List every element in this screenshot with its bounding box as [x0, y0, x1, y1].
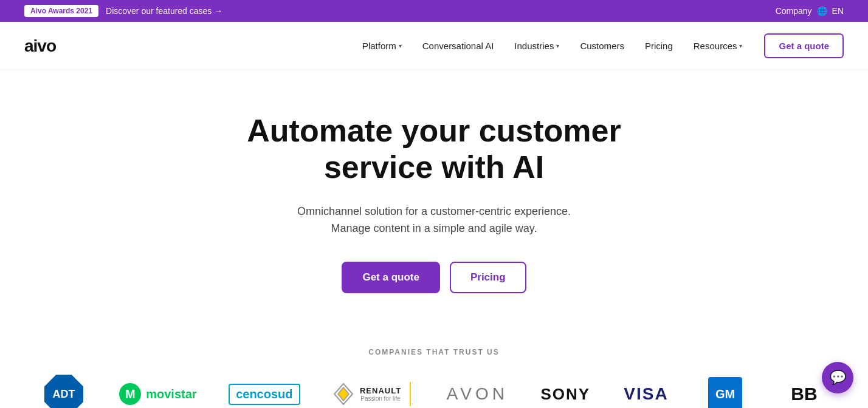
- company-label: Company: [776, 6, 812, 16]
- bb-text: BB: [791, 384, 817, 404]
- hero-title: Automate your customer service with AI: [191, 113, 677, 186]
- header: aivo Platform ▾ Conversational AI Indust…: [0, 22, 868, 70]
- movistar-icon: M: [119, 383, 141, 405]
- hero-section: Automate your customer service with AI O…: [0, 70, 868, 324]
- banner-left: Aivo Awards 2021 Discover our featured c…: [24, 5, 222, 17]
- nav-item-resources[interactable]: Resources ▾: [685, 36, 751, 56]
- companies-label: COMPANIES THAT TRUST US: [24, 348, 844, 356]
- banner-right: Company 🌐 EN: [776, 6, 844, 16]
- logo-adt: ADT: [24, 375, 103, 408]
- main-nav: Platform ▾ Conversational AI Industries …: [354, 33, 844, 58]
- hero-get-quote-button[interactable]: Get a quote: [342, 262, 440, 293]
- hero-subtitle: Omnichannel solution for a customer-cent…: [24, 203, 844, 238]
- header-cta-button[interactable]: Get a quote: [764, 33, 844, 58]
- nav-item-customers[interactable]: Customers: [571, 36, 633, 56]
- banner-link[interactable]: Discover our featured cases →: [106, 6, 222, 16]
- chat-icon: 💬: [830, 370, 846, 386]
- movistar-text: movistar: [146, 387, 196, 401]
- nav-item-industries[interactable]: Industries ▾: [506, 36, 568, 56]
- lang-label: EN: [832, 6, 844, 16]
- globe-icon: 🌐: [817, 6, 827, 16]
- logo-cencosud: cencosud: [213, 384, 316, 405]
- logo-visa: VISA: [607, 384, 686, 404]
- sony-text: SONY: [540, 385, 590, 404]
- gm-logo-mark: GM: [708, 377, 742, 408]
- awards-badge: Aivo Awards 2021: [24, 5, 98, 17]
- renault-text: RENAULT: [360, 386, 401, 396]
- chat-bubble-button[interactable]: 💬: [822, 362, 853, 393]
- hero-pricing-button[interactable]: Pricing: [450, 262, 526, 293]
- nav-item-conversational-ai[interactable]: Conversational AI: [414, 36, 503, 56]
- logo-movistar: M movistar: [103, 383, 213, 405]
- logos-row: ADT M movistar cencosud RENAULT Passion: [24, 375, 844, 408]
- adt-logo-mark: ADT: [44, 375, 83, 408]
- logo-sony: SONY: [525, 385, 607, 404]
- chevron-down-icon: ▾: [739, 42, 742, 49]
- visa-text: VISA: [624, 384, 668, 404]
- svg-marker-1: [338, 387, 349, 401]
- logo-gm: GM: [686, 377, 765, 408]
- renault-bar: [410, 382, 411, 406]
- nav-item-platform[interactable]: Platform ▾: [354, 36, 410, 56]
- nav-item-pricing[interactable]: Pricing: [636, 36, 681, 56]
- cencosud-text: cencosud: [229, 384, 300, 405]
- hero-buttons: Get a quote Pricing: [24, 262, 844, 293]
- chevron-down-icon: ▾: [399, 42, 402, 49]
- chevron-down-icon: ▾: [556, 42, 559, 49]
- avon-text: AVON: [447, 384, 508, 404]
- logo-renault: RENAULT Passion for life: [316, 382, 430, 406]
- logo[interactable]: aivo: [24, 36, 56, 56]
- renault-tagline: Passion for life: [360, 395, 401, 402]
- companies-section: COMPANIES THAT TRUST US ADT M movistar c…: [0, 324, 868, 408]
- top-banner: Aivo Awards 2021 Discover our featured c…: [0, 0, 868, 22]
- logo-avon: AVON: [430, 384, 524, 404]
- renault-diamond-icon: [332, 382, 355, 406]
